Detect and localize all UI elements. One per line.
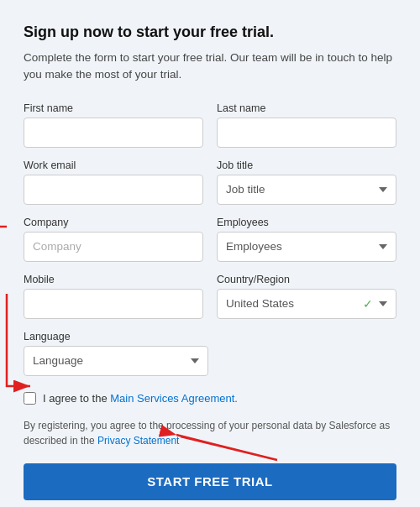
page-title: Sign up now to start your free trial. <box>24 24 396 41</box>
job-title-select[interactable]: Job title <box>217 175 396 205</box>
mobile-label: Mobile <box>24 274 203 285</box>
company-group: Company <box>24 217 203 262</box>
country-group: Country/Region ✓ United States <box>217 274 396 319</box>
submit-button[interactable]: START FREE TRIAL <box>24 463 396 500</box>
first-name-label: First name <box>24 102 203 114</box>
agreement-text: I agree to the Main Services Agreement. <box>43 391 238 406</box>
company-input[interactable] <box>24 232 203 262</box>
last-name-label: Last name <box>217 102 396 114</box>
agreement-section: I agree to the Main Services Agreement. <box>24 391 396 406</box>
privacy-link[interactable]: Privacy Statement <box>97 435 179 447</box>
privacy-text: By registering, you agree to the process… <box>24 418 396 448</box>
company-label: Company <box>24 217 203 228</box>
employees-label: Employees <box>217 217 396 228</box>
signup-form: First name Last name Work email Job titl… <box>24 102 396 376</box>
language-group: Language Language <box>24 331 396 376</box>
last-name-input[interactable] <box>217 118 396 148</box>
mobile-input[interactable] <box>24 289 203 319</box>
last-name-group: Last name <box>217 102 396 148</box>
country-wrapper: ✓ United States <box>217 289 396 319</box>
mobile-group: Mobile <box>24 274 203 319</box>
language-select[interactable]: Language <box>24 346 208 376</box>
work-email-input[interactable] <box>24 175 203 205</box>
work-email-group: Work email <box>24 159 203 205</box>
privacy-prefix: By registering, you agree to the process… <box>24 420 390 447</box>
first-name-group: First name <box>24 102 203 148</box>
agreement-checkbox[interactable] <box>24 392 36 405</box>
agreement-link[interactable]: Main Services Agreement. <box>110 392 238 405</box>
country-label: Country/Region <box>217 274 396 285</box>
job-title-label: Job title <box>217 159 396 171</box>
language-label: Language <box>24 331 396 342</box>
agreement-prefix: I agree to the <box>43 392 110 405</box>
work-email-label: Work email <box>24 159 203 171</box>
first-name-input[interactable] <box>24 118 203 148</box>
employees-group: Employees Employees <box>217 217 396 262</box>
employees-select[interactable]: Employees <box>217 232 396 262</box>
country-select[interactable]: United States <box>217 289 396 319</box>
job-title-group: Job title Job title <box>217 159 396 205</box>
page-subtitle: Complete the form to start your free tri… <box>24 50 396 84</box>
